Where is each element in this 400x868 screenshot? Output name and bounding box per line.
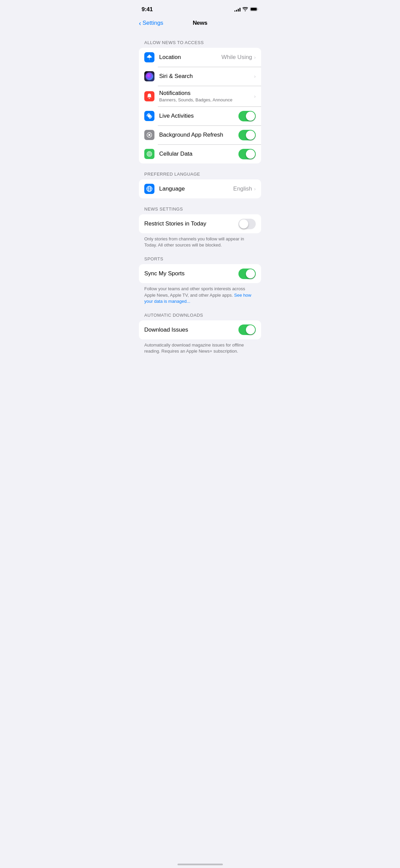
language-label: Language	[159, 185, 233, 192]
background-refresh-label: Background App Refresh	[159, 132, 238, 138]
section-allow-access: ALLOW NEWS TO ACCESS Location While Usin…	[133, 40, 267, 163]
page-title: News	[193, 20, 207, 26]
cellular-label: Cellular Data	[159, 151, 238, 157]
row-notifications[interactable]: Notifications Banners, Sounds, Badges, A…	[139, 86, 261, 106]
sync-sports-label: Sync My Sports	[144, 270, 238, 277]
status-time: 9:41	[142, 6, 153, 13]
row-cellular: Cellular Data	[139, 144, 261, 163]
svg-rect-1	[251, 8, 257, 11]
notifications-app-icon	[144, 91, 154, 101]
wifi-icon	[243, 6, 248, 13]
download-issues-label: Download Issues	[144, 327, 238, 333]
svg-point-2	[148, 114, 151, 118]
section-header-language: PREFERRED LANGUAGE	[133, 172, 267, 179]
sports-footer: Follow your teams and other sports inter…	[133, 283, 267, 304]
section-language: PREFERRED LANGUAGE Language English ›	[133, 172, 267, 198]
signal-icon	[234, 7, 240, 12]
siri-chevron-icon: ›	[254, 74, 256, 79]
back-button[interactable]: ‹ Settings	[139, 20, 163, 26]
nav-header: ‹ Settings News	[133, 17, 267, 32]
section-header-news-settings: NEWS SETTINGS	[133, 206, 267, 214]
row-background-refresh: Background App Refresh	[139, 125, 261, 144]
toggle-thumb	[246, 112, 255, 121]
battery-icon	[250, 6, 258, 13]
back-chevron-icon: ‹	[139, 20, 141, 26]
row-sync-sports: Sync My Sports	[139, 264, 261, 283]
row-siri[interactable]: Siri & Search ›	[139, 67, 261, 86]
status-bar: 9:41	[133, 0, 267, 17]
svg-point-7	[149, 154, 150, 155]
live-activities-app-icon	[144, 111, 154, 121]
row-language[interactable]: Language English ›	[139, 179, 261, 198]
card-sports: Sync My Sports	[139, 264, 261, 283]
svg-point-4	[149, 134, 150, 136]
notifications-sublabel: Banners, Sounds, Badges, Announce	[159, 97, 254, 102]
auto-downloads-footer: Automatically download magazine issues f…	[133, 339, 267, 354]
background-refresh-app-icon	[144, 130, 154, 140]
sync-sports-toggle[interactable]	[238, 269, 256, 279]
live-activities-toggle[interactable]	[238, 111, 256, 121]
notifications-label: Notifications	[159, 90, 254, 97]
card-news-settings: Restrict Stories in Today	[139, 214, 261, 233]
location-chevron-icon: ›	[254, 55, 256, 60]
row-restrict-stories: Restrict Stories in Today	[139, 214, 261, 233]
restrict-stories-toggle[interactable]	[238, 219, 256, 229]
language-chevron-icon: ›	[254, 186, 256, 192]
card-auto-downloads: Download Issues	[139, 320, 261, 339]
card-language: Language English ›	[139, 179, 261, 198]
section-sports: SPORTS Sync My Sports Follow your teams …	[133, 256, 267, 304]
siri-app-icon	[144, 71, 154, 81]
section-auto-downloads: AUTOMATIC DOWNLOADS Download Issues Auto…	[133, 313, 267, 354]
row-download-issues: Download Issues	[139, 320, 261, 339]
toggle-thumb	[246, 150, 255, 159]
toggle-thumb	[246, 269, 255, 278]
live-activities-label: Live Activities	[159, 113, 238, 119]
location-value: While Using	[222, 54, 252, 61]
row-location[interactable]: Location While Using ›	[139, 48, 261, 67]
toggle-thumb	[246, 325, 255, 334]
section-header-auto-downloads: AUTOMATIC DOWNLOADS	[133, 313, 267, 320]
card-allow-access: Location While Using › Siri & Search ›	[139, 48, 261, 163]
toggle-thumb	[246, 131, 255, 140]
background-refresh-toggle[interactable]	[238, 130, 256, 140]
siri-label: Siri & Search	[159, 73, 254, 80]
news-settings-footer: Only stories from channels you follow wi…	[133, 233, 267, 248]
siri-orb	[146, 73, 153, 80]
content: ALLOW NEWS TO ACCESS Location While Usin…	[133, 40, 267, 371]
download-issues-toggle[interactable]	[238, 324, 256, 335]
section-header-sports: SPORTS	[133, 256, 267, 264]
location-label: Location	[159, 54, 222, 61]
notifications-chevron-icon: ›	[254, 94, 256, 99]
location-app-icon	[144, 52, 154, 62]
section-news-settings: NEWS SETTINGS Restrict Stories in Today …	[133, 206, 267, 248]
language-value: English	[233, 185, 252, 192]
back-label: Settings	[143, 20, 163, 26]
language-app-icon	[144, 184, 154, 194]
cellular-app-icon	[144, 149, 154, 159]
toggle-thumb	[239, 219, 248, 229]
cellular-toggle[interactable]	[238, 149, 256, 159]
notifications-label-wrap: Notifications Banners, Sounds, Badges, A…	[159, 90, 254, 102]
status-icons	[234, 6, 258, 13]
row-live-activities: Live Activities	[139, 106, 261, 125]
restrict-stories-label: Restrict Stories in Today	[144, 220, 238, 227]
section-header-allow-access: ALLOW NEWS TO ACCESS	[133, 40, 267, 48]
